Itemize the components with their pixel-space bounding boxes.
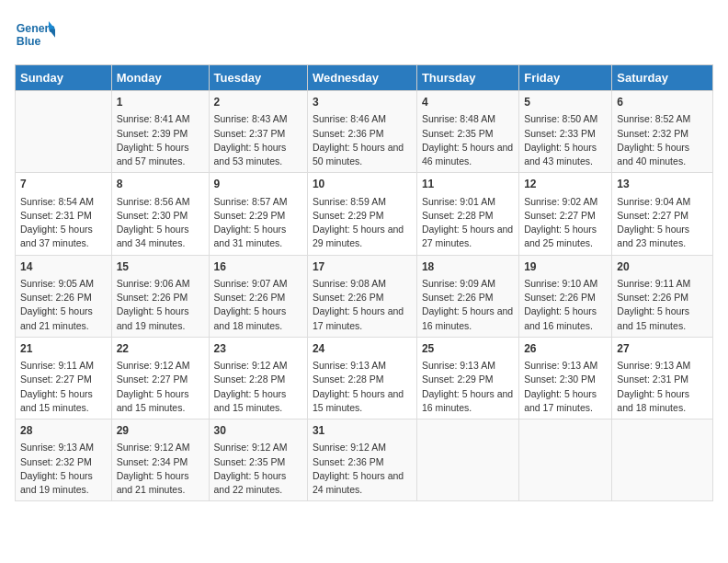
calendar-cell: 14Sunrise: 9:05 AMSunset: 2:26 PMDayligh… xyxy=(16,255,112,337)
cell-content: Sunrise: 8:43 AMSunset: 2:37 PMDaylight:… xyxy=(214,112,302,168)
calendar-cell: 19Sunrise: 9:10 AMSunset: 2:26 PMDayligh… xyxy=(519,255,612,337)
cell-content: Sunrise: 8:48 AMSunset: 2:35 PMDaylight:… xyxy=(422,112,514,168)
calendar-cell: 18Sunrise: 9:09 AMSunset: 2:26 PMDayligh… xyxy=(416,255,518,337)
cell-content: Sunrise: 9:11 AMSunset: 2:26 PMDaylight:… xyxy=(617,277,708,333)
day-number: 6 xyxy=(617,95,708,110)
day-number: 28 xyxy=(20,423,107,439)
cell-content: Sunrise: 9:13 AMSunset: 2:30 PMDaylight:… xyxy=(524,359,607,415)
col-header-saturday: Saturday xyxy=(612,65,713,91)
cell-content: Sunrise: 9:01 AMSunset: 2:28 PMDaylight:… xyxy=(422,195,514,251)
calendar-cell: 27Sunrise: 9:13 AMSunset: 2:31 PMDayligh… xyxy=(612,337,713,419)
col-header-monday: Monday xyxy=(111,65,209,91)
week-row-1: 1Sunrise: 8:41 AMSunset: 2:39 PMDaylight… xyxy=(16,91,713,173)
col-header-friday: Friday xyxy=(519,65,612,91)
day-number: 14 xyxy=(20,259,107,275)
day-number: 17 xyxy=(313,259,412,275)
calendar-cell: 1Sunrise: 8:41 AMSunset: 2:39 PMDaylight… xyxy=(111,91,209,173)
logo-icon: General Blue xyxy=(15,15,55,55)
calendar-cell xyxy=(416,419,518,501)
col-header-sunday: Sunday xyxy=(16,65,112,91)
calendar-cell: 6Sunrise: 8:52 AMSunset: 2:32 PMDaylight… xyxy=(612,91,713,173)
cell-content: Sunrise: 8:46 AMSunset: 2:36 PMDaylight:… xyxy=(313,112,412,168)
cell-content: Sunrise: 9:09 AMSunset: 2:26 PMDaylight:… xyxy=(422,277,514,333)
calendar-cell: 5Sunrise: 8:50 AMSunset: 2:33 PMDaylight… xyxy=(519,91,612,173)
calendar-table: SundayMondayTuesdayWednesdayThursdayFrid… xyxy=(15,64,713,501)
cell-content: Sunrise: 9:12 AMSunset: 2:27 PMDaylight:… xyxy=(117,359,204,415)
day-number: 3 xyxy=(313,95,412,110)
week-row-4: 21Sunrise: 9:11 AMSunset: 2:27 PMDayligh… xyxy=(16,337,713,419)
day-number: 4 xyxy=(422,95,514,110)
week-row-3: 14Sunrise: 9:05 AMSunset: 2:26 PMDayligh… xyxy=(16,255,713,337)
col-header-thursday: Thursday xyxy=(416,65,518,91)
calendar-cell xyxy=(16,91,112,173)
day-number: 19 xyxy=(524,259,607,275)
calendar-cell: 24Sunrise: 9:13 AMSunset: 2:28 PMDayligh… xyxy=(307,337,416,419)
calendar-cell: 9Sunrise: 8:57 AMSunset: 2:29 PMDaylight… xyxy=(209,173,307,255)
day-number: 16 xyxy=(214,259,302,275)
cell-content: Sunrise: 8:41 AMSunset: 2:39 PMDaylight:… xyxy=(117,112,204,168)
calendar-cell: 11Sunrise: 9:01 AMSunset: 2:28 PMDayligh… xyxy=(416,173,518,255)
cell-content: Sunrise: 8:54 AMSunset: 2:31 PMDaylight:… xyxy=(20,195,107,251)
day-number: 20 xyxy=(617,259,708,275)
cell-content: Sunrise: 9:11 AMSunset: 2:27 PMDaylight:… xyxy=(20,359,107,415)
day-number: 8 xyxy=(117,177,204,192)
cell-content: Sunrise: 9:13 AMSunset: 2:28 PMDaylight:… xyxy=(313,359,412,415)
calendar-cell: 29Sunrise: 9:12 AMSunset: 2:34 PMDayligh… xyxy=(111,419,209,501)
day-number: 27 xyxy=(617,341,708,357)
page-header: General Blue xyxy=(15,15,713,55)
week-row-2: 7Sunrise: 8:54 AMSunset: 2:31 PMDaylight… xyxy=(16,173,713,255)
day-number: 25 xyxy=(422,341,514,357)
calendar-cell xyxy=(612,419,713,501)
cell-content: Sunrise: 8:56 AMSunset: 2:30 PMDaylight:… xyxy=(117,195,204,251)
calendar-cell: 10Sunrise: 8:59 AMSunset: 2:29 PMDayligh… xyxy=(307,173,416,255)
calendar-cell: 8Sunrise: 8:56 AMSunset: 2:30 PMDaylight… xyxy=(111,173,209,255)
logo: General Blue xyxy=(15,15,59,55)
cell-content: Sunrise: 8:59 AMSunset: 2:29 PMDaylight:… xyxy=(313,195,412,251)
day-number: 13 xyxy=(617,177,708,192)
cell-content: Sunrise: 9:10 AMSunset: 2:26 PMDaylight:… xyxy=(524,277,607,333)
cell-content: Sunrise: 9:13 AMSunset: 2:29 PMDaylight:… xyxy=(422,359,514,415)
day-number: 5 xyxy=(524,95,607,110)
cell-content: Sunrise: 9:12 AMSunset: 2:35 PMDaylight:… xyxy=(214,441,302,497)
calendar-cell: 28Sunrise: 9:13 AMSunset: 2:32 PMDayligh… xyxy=(16,419,112,501)
day-number: 26 xyxy=(524,341,607,357)
cell-content: Sunrise: 9:12 AMSunset: 2:36 PMDaylight:… xyxy=(313,441,412,497)
cell-content: Sunrise: 9:05 AMSunset: 2:26 PMDaylight:… xyxy=(20,277,107,333)
calendar-cell: 26Sunrise: 9:13 AMSunset: 2:30 PMDayligh… xyxy=(519,337,612,419)
day-number: 21 xyxy=(20,341,107,357)
day-number: 10 xyxy=(313,177,412,192)
day-number: 1 xyxy=(117,95,204,110)
calendar-cell: 3Sunrise: 8:46 AMSunset: 2:36 PMDaylight… xyxy=(307,91,416,173)
calendar-cell: 22Sunrise: 9:12 AMSunset: 2:27 PMDayligh… xyxy=(111,337,209,419)
day-number: 31 xyxy=(313,423,412,439)
svg-text:Blue: Blue xyxy=(17,35,41,48)
col-header-wednesday: Wednesday xyxy=(307,65,416,91)
day-number: 30 xyxy=(214,423,302,439)
calendar-cell: 23Sunrise: 9:12 AMSunset: 2:28 PMDayligh… xyxy=(209,337,307,419)
cell-content: Sunrise: 8:52 AMSunset: 2:32 PMDaylight:… xyxy=(617,112,708,168)
cell-content: Sunrise: 9:13 AMSunset: 2:31 PMDaylight:… xyxy=(617,359,708,415)
calendar-cell: 17Sunrise: 9:08 AMSunset: 2:26 PMDayligh… xyxy=(307,255,416,337)
cell-content: Sunrise: 9:06 AMSunset: 2:26 PMDaylight:… xyxy=(117,277,204,333)
day-number: 24 xyxy=(313,341,412,357)
calendar-cell: 2Sunrise: 8:43 AMSunset: 2:37 PMDaylight… xyxy=(209,91,307,173)
day-number: 2 xyxy=(214,95,302,110)
col-header-tuesday: Tuesday xyxy=(209,65,307,91)
calendar-cell: 12Sunrise: 9:02 AMSunset: 2:27 PMDayligh… xyxy=(519,173,612,255)
day-number: 15 xyxy=(117,259,204,275)
calendar-cell: 31Sunrise: 9:12 AMSunset: 2:36 PMDayligh… xyxy=(307,419,416,501)
cell-content: Sunrise: 8:50 AMSunset: 2:33 PMDaylight:… xyxy=(524,112,607,168)
day-number: 23 xyxy=(214,341,302,357)
day-number: 12 xyxy=(524,177,607,192)
calendar-cell: 7Sunrise: 8:54 AMSunset: 2:31 PMDaylight… xyxy=(16,173,112,255)
cell-content: Sunrise: 9:07 AMSunset: 2:26 PMDaylight:… xyxy=(214,277,302,333)
day-number: 11 xyxy=(422,177,514,192)
calendar-cell: 13Sunrise: 9:04 AMSunset: 2:27 PMDayligh… xyxy=(612,173,713,255)
calendar-cell: 21Sunrise: 9:11 AMSunset: 2:27 PMDayligh… xyxy=(16,337,112,419)
day-number: 18 xyxy=(422,259,514,275)
cell-content: Sunrise: 8:57 AMSunset: 2:29 PMDaylight:… xyxy=(214,195,302,251)
calendar-cell: 16Sunrise: 9:07 AMSunset: 2:26 PMDayligh… xyxy=(209,255,307,337)
cell-content: Sunrise: 9:12 AMSunset: 2:34 PMDaylight:… xyxy=(117,441,204,497)
calendar-cell: 20Sunrise: 9:11 AMSunset: 2:26 PMDayligh… xyxy=(612,255,713,337)
calendar-cell: 25Sunrise: 9:13 AMSunset: 2:29 PMDayligh… xyxy=(416,337,518,419)
